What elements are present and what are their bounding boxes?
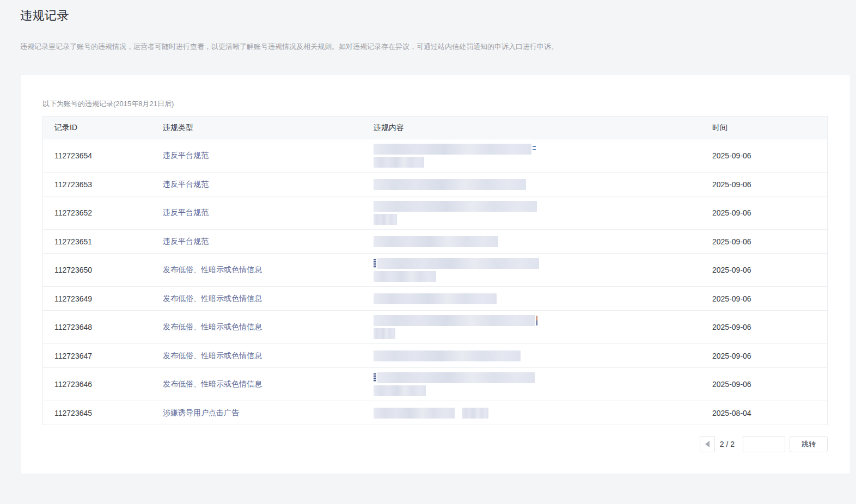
redacted-content	[362, 311, 701, 343]
redacted-text-line	[374, 236, 701, 247]
violation-type-link[interactable]: 违反平台规范	[163, 180, 362, 189]
table-row: 112723648 发布低俗、性暗示或色情信息 2025-09-06	[43, 311, 827, 344]
violation-type-link[interactable]: 发布低俗、性暗示或色情信息	[163, 265, 362, 275]
text-fragment	[536, 316, 537, 325]
redacted-text-line	[374, 351, 701, 361]
redacted-content	[362, 287, 701, 310]
column-header-violation-content: 违规内容	[362, 116, 701, 139]
redacted-text-line	[374, 214, 701, 225]
redacted-text-line	[374, 315, 701, 326]
records-card: 以下为账号的违规记录(2015年8月21日后) 记录ID 违规类型 违规内容 时…	[21, 75, 850, 474]
violation-type-link[interactable]: 涉嫌诱导用户点击广告	[163, 408, 362, 418]
redacted-text-line	[374, 408, 701, 419]
record-date: 2025-09-06	[712, 323, 827, 331]
redacted-text-line	[374, 179, 701, 190]
redacted-content	[362, 230, 701, 253]
text-fragment	[374, 373, 376, 382]
record-id: 112723653	[54, 180, 151, 189]
redaction-block	[374, 179, 526, 190]
violation-type-link[interactable]: 发布低俗、性暗示或色情信息	[163, 351, 362, 361]
redaction-block	[377, 258, 539, 269]
redaction-block	[374, 293, 497, 304]
redacted-content	[362, 254, 701, 286]
redaction-block	[374, 214, 397, 225]
violation-type-link[interactable]: 违反平台规范	[163, 208, 362, 218]
column-header-time: 时间	[701, 116, 827, 139]
page-title: 违规记录	[20, 8, 836, 24]
prev-page-button[interactable]	[700, 436, 715, 452]
redacted-content	[362, 173, 701, 196]
redacted-text-line	[374, 144, 701, 155]
record-date: 2025-09-06	[712, 380, 827, 389]
table-row: 112723654 违反平台规范 2025-09-06	[43, 139, 827, 173]
record-id: 112723651	[54, 237, 151, 246]
jump-button[interactable]: 跳转	[790, 436, 828, 452]
page-jump-input[interactable]	[743, 436, 785, 452]
redacted-content	[362, 368, 701, 401]
redacted-content	[362, 401, 701, 425]
page-header: 违规记录 违规记录里记录了账号的违规情况，运营者可随时进行查看，以更清晰了解账号…	[0, 0, 856, 52]
redacted-text-line	[374, 201, 701, 212]
record-date: 2025-08-04	[712, 409, 827, 417]
redaction-block	[374, 328, 395, 339]
redaction-block	[374, 157, 424, 168]
record-date: 2025-09-06	[712, 294, 827, 303]
redacted-text-line	[374, 328, 701, 339]
record-id: 112723654	[54, 151, 151, 160]
record-id: 112723646	[54, 380, 151, 389]
page-count-label: 2 / 2	[720, 440, 735, 448]
violation-type-link[interactable]: 发布低俗、性暗示或色情信息	[163, 294, 362, 304]
table-row: 112723653 违反平台规范 2025-09-06	[43, 173, 827, 196]
record-date: 2025-09-06	[712, 237, 827, 246]
table-row: 112723649 发布低俗、性暗示或色情信息 2025-09-06	[43, 287, 827, 311]
table-row: 112723647 发布低俗、性暗示或色情信息 2025-09-06	[43, 344, 827, 368]
record-id: 112723649	[54, 294, 151, 303]
record-date: 2025-09-06	[712, 180, 827, 189]
table-header-row: 记录ID 违规类型 违规内容 时间	[43, 116, 827, 139]
violation-type-link[interactable]: 违反平台规范	[163, 151, 362, 161]
redacted-content	[362, 196, 701, 229]
redacted-text-line	[374, 293, 701, 304]
page-description: 违规记录里记录了账号的违规情况，运营者可随时进行查看，以更清晰了解账号违规情况及…	[20, 42, 836, 52]
redacted-text-line	[374, 271, 701, 282]
violation-type-link[interactable]: 发布低俗、性暗示或色情信息	[163, 379, 362, 389]
redaction-block	[374, 144, 531, 155]
violation-type-link[interactable]: 发布低俗、性暗示或色情信息	[163, 322, 362, 332]
record-date: 2025-09-06	[712, 151, 827, 160]
record-id: 112723650	[54, 266, 151, 274]
left-triangle-icon	[705, 441, 710, 447]
table-row: 112723645 涉嫌诱导用户点击广告 2025-08-04	[43, 401, 827, 425]
record-id: 112723648	[54, 323, 151, 331]
table-row: 112723646 发布低俗、性暗示或色情信息 2025-09-06	[43, 368, 827, 401]
redaction-block	[374, 201, 537, 212]
record-id: 112723645	[54, 409, 151, 417]
redacted-text-line	[374, 372, 701, 383]
redaction-block	[374, 408, 455, 419]
redaction-block	[462, 408, 488, 419]
text-fragment	[533, 146, 536, 152]
table-caption: 以下为账号的违规记录(2015年8月21日后)	[42, 99, 828, 109]
text-fragment	[374, 259, 376, 268]
record-id: 112723652	[54, 208, 151, 217]
table-row: 112723652 违反平台规范 2025-09-06	[43, 196, 827, 230]
violation-type-link[interactable]: 违反平台规范	[163, 237, 362, 247]
redaction-block	[374, 385, 426, 396]
record-id: 112723647	[54, 352, 151, 360]
record-date: 2025-09-06	[712, 266, 827, 274]
table-row: 112723650 发布低俗、性暗示或色情信息 2025-09-06	[43, 254, 827, 287]
redacted-content	[362, 139, 701, 172]
redacted-content	[362, 344, 701, 367]
pagination: 2 / 2 跳转	[700, 436, 828, 452]
redaction-block	[374, 315, 535, 326]
redaction-block	[377, 372, 535, 383]
table-row: 112723651 违反平台规范 2025-09-06	[43, 230, 827, 254]
redaction-block	[374, 236, 498, 247]
redacted-text-line	[374, 258, 701, 269]
record-date: 2025-09-06	[712, 208, 827, 217]
redacted-text-line	[374, 157, 701, 168]
violation-table: 记录ID 违规类型 违规内容 时间 112723654 违反平台规范 2025-…	[42, 116, 828, 425]
column-header-record-id: 记录ID	[43, 116, 151, 139]
record-date: 2025-09-06	[712, 352, 827, 360]
violation-table-body: 112723654 违反平台规范 2025-09-06 112723653 违反…	[43, 139, 827, 425]
redaction-block	[374, 271, 436, 282]
